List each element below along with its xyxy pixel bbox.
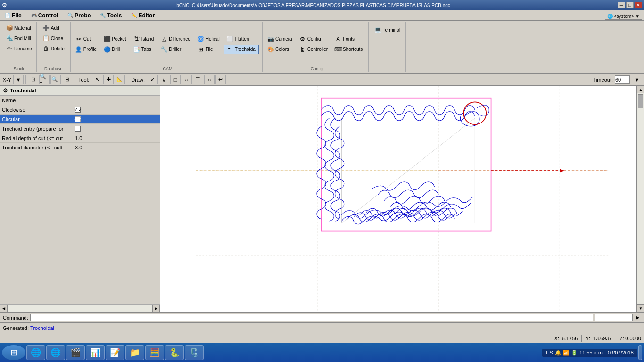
xy-button[interactable]: X-Y — [2, 75, 12, 84]
zoom-fit-button[interactable]: ⊡ — [28, 75, 38, 84]
canvas-svg — [160, 86, 644, 312]
driller-button[interactable]: 🔧 Driller — [158, 45, 192, 54]
system-dropdown[interactable]: 🌐 <system> ▼ — [605, 13, 642, 20]
profile-button[interactable]: 👤 Profile — [73, 45, 99, 54]
control-icon: 🎮 — [31, 13, 37, 18]
difference-button[interactable]: △ Difference — [158, 34, 192, 44]
viewport[interactable]: ▲ ▼ — [160, 86, 644, 312]
prop-radial-depth-value[interactable] — [73, 133, 160, 142]
menu-file[interactable]: 📄 File — [0, 10, 26, 20]
trochoid-entry-checkbox[interactable] — [75, 126, 81, 132]
endmill-icon: 🔩 — [6, 34, 13, 42]
trochoid-diameter-input[interactable] — [75, 145, 158, 150]
taskbar-word[interactable]: 📝 — [106, 345, 124, 360]
material-button[interactable]: 📦 Material — [3, 23, 34, 33]
circular-checkbox[interactable]: ✓ — [75, 116, 81, 122]
shortcuts-button[interactable]: ⌨ Shortcuts — [332, 45, 365, 54]
generated-value[interactable]: Trochoidal — [30, 325, 54, 331]
menu-tools[interactable]: 🔧 Tools — [95, 10, 126, 20]
viewport-scrollbar-v[interactable]: ▲ ▼ — [636, 86, 644, 312]
toolbar-config-group: 📷 Camera 🎨 Colors ⚙ Config 🎛 Controller … — [262, 22, 367, 72]
scroll-up-btn[interactable]: ▲ — [637, 86, 644, 93]
tool-cross[interactable]: ✚ — [103, 75, 114, 84]
scroll-left-btn[interactable]: ◀ — [0, 305, 8, 313]
endmill-button[interactable]: 🔩 End Mill — [3, 33, 34, 43]
taskbar-chrome[interactable]: 🌐 — [26, 345, 45, 360]
show-desktop-button[interactable] — [638, 345, 642, 360]
draw-axes[interactable]: ⊤ — [193, 75, 203, 84]
delete-button[interactable]: 🗑 Delete — [40, 44, 67, 53]
zoom-in-button[interactable]: 🔍+ — [39, 75, 50, 84]
draw-grid[interactable]: # — [159, 75, 169, 84]
close-button[interactable]: ✕ — [635, 2, 642, 8]
prop-clockwise-value[interactable]: ✓ — [73, 105, 160, 114]
taskbar-tray: ES 🔔 📶 🔋 11:55 a.m. 09/07/2018 — [542, 349, 637, 357]
panel-scrollbar-h[interactable]: ◀ ▶ — [0, 304, 160, 312]
z-label: Z: — [620, 336, 625, 341]
tool-select[interactable]: ↖ — [92, 75, 102, 84]
draw-dim[interactable]: ↔ — [182, 75, 192, 84]
clone-button[interactable]: 📋 Clone — [40, 33, 67, 43]
camera-icon: 📷 — [267, 35, 274, 43]
prop-name-value[interactable] — [73, 96, 160, 105]
menu-probe[interactable]: 🔍 Probe — [63, 10, 95, 20]
scroll-down-btn[interactable]: ▼ — [637, 304, 644, 312]
controller-button[interactable]: 🎛 Controller — [297, 45, 330, 54]
taskbar-explorer[interactable]: 📁 — [125, 345, 144, 360]
y-value: -13.6937 — [591, 336, 611, 341]
radial-depth-input[interactable] — [75, 135, 158, 141]
taskbar-media[interactable]: 🎬 — [66, 345, 85, 360]
maximize-button[interactable]: □ — [626, 2, 634, 8]
draw-circle[interactable]: ○ — [204, 75, 215, 84]
colors-button[interactable]: 🎨 Colors — [264, 45, 295, 54]
taskbar-python[interactable]: 🐍 — [165, 345, 184, 360]
start-button[interactable]: ⊞ — [2, 345, 25, 360]
xy-dropdown[interactable]: ▼ — [13, 75, 24, 84]
pocket-button[interactable]: ⬛ Pocket — [101, 34, 129, 44]
rename-button[interactable]: ✏ Rename — [3, 44, 34, 53]
add-button[interactable]: ➕ Add — [40, 23, 67, 33]
zoom-select-button[interactable]: ⊞ — [62, 75, 72, 84]
separator4 — [228, 75, 228, 84]
menu-control[interactable]: 🎮 Control — [26, 10, 63, 20]
scroll-thumb-v[interactable] — [638, 94, 643, 108]
command-input[interactable] — [30, 314, 593, 321]
island-button[interactable]: 🏝 Island — [131, 34, 157, 44]
menu-editor[interactable]: ✏️ Editor — [126, 10, 159, 20]
trochoidal-button[interactable]: 〜 Trochoidal — [224, 45, 259, 54]
tabs-button[interactable]: 📑 Tabs — [131, 45, 157, 54]
material-icon: 📦 — [6, 24, 13, 32]
flatten-button[interactable]: ⬜ Flatten — [224, 34, 259, 44]
draw-cursor[interactable]: ↙ — [148, 75, 158, 84]
terminal-button[interactable]: 💻 Terminal — [372, 25, 403, 34]
prop-circular-value[interactable]: ✓ — [73, 115, 160, 123]
taskbar-ie[interactable]: 🌐 — [46, 345, 65, 360]
fonts-button[interactable]: A Fonts — [332, 34, 365, 44]
drill-button[interactable]: 🔵 Drill — [101, 45, 129, 54]
tile-button[interactable]: ⊞ Tile — [195, 45, 222, 54]
name-input[interactable] — [75, 98, 158, 103]
prop-trochoid-entry-value[interactable] — [73, 124, 160, 133]
prop-trochoid-diameter-value[interactable] — [73, 143, 160, 152]
cut-button[interactable]: ✂ Cut — [73, 34, 99, 44]
timeout-input[interactable] — [615, 75, 630, 84]
helical-button[interactable]: 🌀 Helical — [195, 34, 222, 44]
panel-scrollbar-v[interactable] — [152, 161, 160, 362]
command-right-field[interactable] — [595, 314, 633, 321]
profile-icon: 👤 — [75, 46, 83, 53]
clockwise-checkbox[interactable]: ✓ — [75, 107, 81, 113]
timeout-dropdown[interactable]: ▼ — [632, 75, 642, 84]
window-controls: ─ □ ✕ — [618, 2, 642, 8]
h-scroll-btn[interactable]: ▶ — [634, 314, 641, 321]
config-button[interactable]: ⚙ Config — [297, 34, 330, 44]
draw-box[interactable]: □ — [170, 75, 181, 84]
scroll-track-v[interactable] — [637, 93, 644, 304]
tool-measure[interactable]: 📐 — [115, 75, 125, 84]
minimize-button[interactable]: ─ — [618, 2, 625, 8]
camera-button[interactable]: 📷 Camera — [264, 34, 295, 44]
taskbar-winrar[interactable]: 🗜️ — [185, 345, 204, 360]
title-text: bCNC: C:\Users\Usuario\Documents\A OBJET… — [176, 3, 450, 8]
zoom-out-button[interactable]: 🔍- — [50, 75, 61, 84]
draw-back[interactable]: ↩ — [215, 75, 226, 84]
taskbar-excel[interactable]: 📊 — [86, 345, 105, 360]
